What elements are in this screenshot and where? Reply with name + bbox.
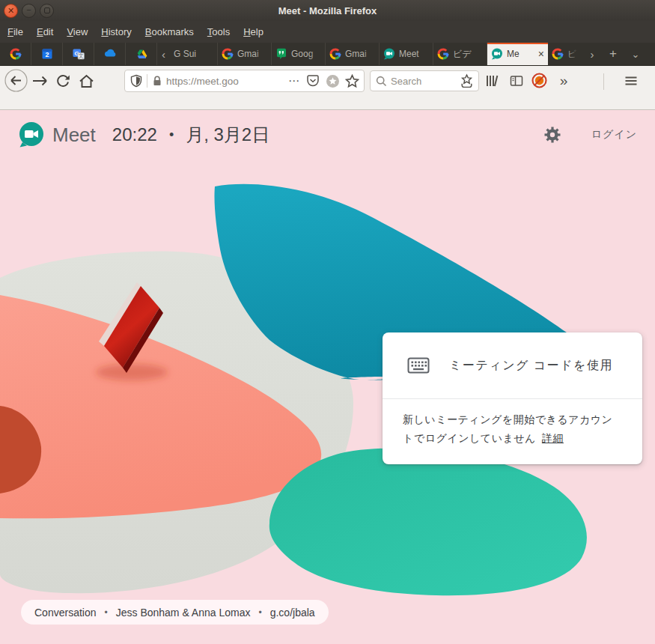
menu-history[interactable]: History — [94, 22, 138, 41]
url-text: https://meet.goo — [166, 76, 288, 87]
tab-meet-1[interactable]: Meet — [380, 43, 433, 65]
menu-tools[interactable]: Tools — [201, 22, 237, 41]
tab-google-video-1[interactable]: ビデ — [433, 43, 487, 65]
titlebar: ✕ − Meet - Mozilla Firefox — [0, 0, 655, 21]
bookmark-star-icon[interactable] — [345, 74, 359, 88]
circled-star-icon[interactable] — [326, 74, 340, 88]
window-close-button[interactable]: ✕ — [4, 4, 18, 18]
tab-hangouts[interactable]: Goog — [272, 43, 326, 65]
minimize-icon: − — [26, 6, 31, 14]
use-meeting-code-button[interactable]: ミーティング コードを使用 — [383, 332, 642, 399]
tracking-protection-shield-icon — [130, 74, 143, 88]
sidebar-icon — [509, 73, 524, 88]
separator-dot: • — [258, 607, 261, 618]
page-content: Meet 20:22 • 月, 3月2日 ログイン — [0, 110, 655, 644]
current-date: 月, 3月2日 — [186, 123, 269, 147]
search-icon — [376, 76, 387, 87]
close-icon: ✕ — [7, 7, 14, 15]
window-maximize-button[interactable] — [40, 4, 54, 18]
tab-label: Me — [507, 49, 535, 59]
tab-label: Gmai — [345, 49, 375, 59]
details-link[interactable]: 詳細 — [542, 432, 564, 444]
tab-label: Goog — [291, 49, 321, 59]
tab-scroll-right-icon[interactable]: › — [582, 43, 602, 65]
toolbar-overflow-icon[interactable]: » — [554, 71, 573, 91]
svg-text:2: 2 — [45, 51, 49, 58]
menu-view[interactable]: View — [60, 22, 94, 41]
meet-wordmark: Meet — [52, 124, 96, 147]
star-tray-icon — [459, 73, 475, 89]
google-g-icon — [329, 48, 341, 60]
google-g-icon — [222, 48, 234, 60]
maximize-icon — [44, 7, 50, 13]
caption-pill: Conversation • Jess Bonham & Anna Lomax … — [21, 600, 329, 625]
hangouts-icon — [275, 48, 287, 60]
divider — [147, 74, 147, 88]
reload-button[interactable] — [54, 72, 72, 90]
separator-dot: • — [105, 607, 108, 618]
card-body-text: 新しいミーティングを開始できるアカウントでログインしていません — [403, 413, 612, 444]
pinned-tab-onedrive[interactable] — [94, 43, 126, 65]
pinned-tab-google[interactable] — [0, 43, 31, 65]
login-button[interactable]: ログイン — [591, 128, 637, 142]
tab-gsuite[interactable]: G Sui — [170, 43, 218, 65]
back-icon — [4, 69, 28, 92]
meet-icon — [383, 48, 395, 60]
pinned-tab-translate[interactable]: G 文 — [63, 43, 94, 65]
home-icon — [78, 73, 95, 90]
library-button[interactable] — [482, 71, 502, 91]
menu-help[interactable]: Help — [237, 22, 270, 41]
google-drive-icon — [135, 48, 147, 60]
prism-shadow — [96, 364, 168, 380]
menu-bookmarks[interactable]: Bookmarks — [138, 22, 201, 41]
meet-header: Meet 20:22 • 月, 3月2日 ログイン — [0, 110, 655, 160]
divider — [603, 73, 604, 90]
tab-close-icon[interactable]: × — [538, 48, 544, 60]
google-calendar-icon: 2 — [41, 48, 53, 60]
window-minimize-button[interactable]: − — [22, 4, 36, 18]
google-translate-icon: G 文 — [73, 48, 85, 60]
menubar: File Edit View History Bookmarks Tools H… — [0, 21, 655, 43]
keyboard-icon — [407, 356, 430, 374]
app-menu-button[interactable] — [621, 71, 641, 91]
tab-meet-active[interactable]: Me × — [487, 43, 548, 65]
bookmarks-menu-button[interactable] — [457, 71, 476, 91]
settings-gear-icon[interactable] — [543, 126, 561, 144]
card-body: 新しいミーティングを開始できるアカウントでログインしていません詳細 — [383, 399, 642, 464]
tab-gmail-2[interactable]: Gmai — [326, 43, 380, 65]
forward-button[interactable] — [31, 72, 49, 90]
card-title: ミーティング コードを使用 — [449, 358, 613, 374]
home-button[interactable] — [77, 72, 95, 90]
tab-google-video-2[interactable]: ビ — [548, 43, 582, 65]
pocket-icon[interactable] — [305, 73, 320, 88]
new-tab-button[interactable]: + — [602, 43, 624, 65]
tab-scroll-left-icon[interactable]: ‹ — [157, 43, 170, 65]
window-title: Meet - Mozilla Firefox — [0, 5, 655, 16]
lock-icon — [151, 75, 163, 87]
svg-text:文: 文 — [78, 52, 83, 59]
hamburger-icon — [624, 74, 638, 88]
tab-label: ビ — [567, 48, 579, 61]
menu-file[interactable]: File — [1, 22, 30, 41]
tab-label: Meet — [399, 49, 429, 59]
search-input[interactable] — [391, 76, 466, 87]
page-actions-icon[interactable]: ⋯ — [288, 74, 300, 88]
sidebar-toggle-button[interactable] — [507, 71, 526, 91]
caption-url: g.co/jbala — [270, 607, 315, 619]
blocked-orange-ball-icon — [531, 72, 548, 89]
menu-edit[interactable]: Edit — [30, 22, 60, 41]
blocked-extension-button[interactable] — [529, 70, 549, 90]
pinned-tab-calendar[interactable]: 2 — [31, 43, 63, 65]
pinned-tab-drive[interactable] — [126, 43, 157, 65]
list-all-tabs-icon[interactable]: ⌄ — [624, 43, 647, 65]
tab-gmail-1[interactable]: Gmai — [218, 43, 272, 65]
google-g-icon — [552, 48, 564, 60]
reload-icon — [55, 73, 71, 89]
current-time: 20:22 — [112, 124, 157, 145]
url-bar[interactable]: https://meet.goo ⋯ — [124, 70, 365, 92]
separator-dot: • — [169, 127, 174, 143]
back-button[interactable] — [4, 69, 28, 92]
caption-authors: Jess Bonham & Anna Lomax — [116, 607, 251, 619]
library-books-icon — [484, 73, 499, 88]
onedrive-cloud-icon — [103, 47, 117, 61]
